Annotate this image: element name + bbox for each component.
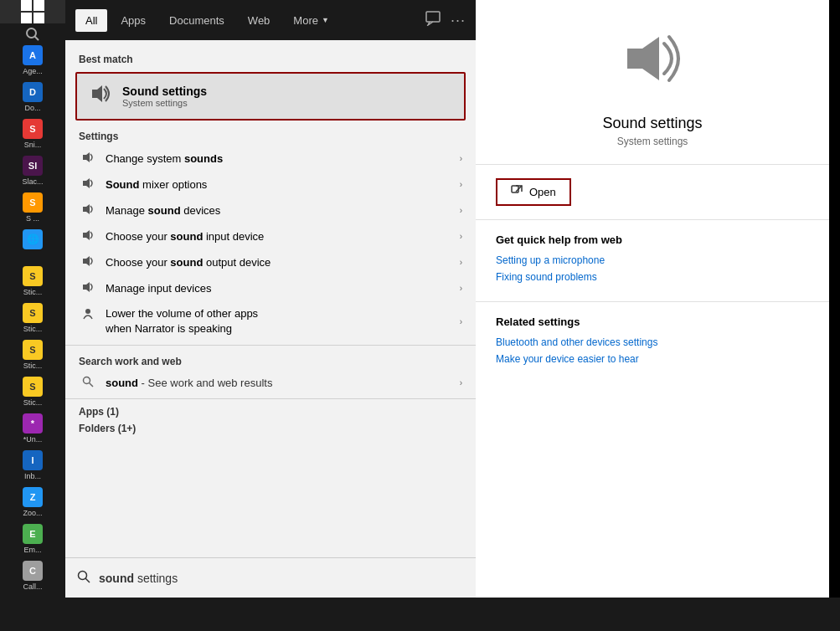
best-match-item[interactable]: Sound settings System settings xyxy=(75,72,466,121)
feedback-icon[interactable] xyxy=(425,11,441,29)
menu-item-narrator[interactable]: Lower the volume of other apps when Narr… xyxy=(65,301,476,341)
svg-point-11 xyxy=(84,377,90,384)
sidebar-item-sni[interactable]: S Sni... xyxy=(0,115,65,152)
nav-actions: ··· xyxy=(425,11,466,29)
tab-apps[interactable]: Apps xyxy=(111,9,156,32)
svg-marker-8 xyxy=(83,256,90,266)
menu-item-text-manage: Manage sound devices xyxy=(106,204,451,217)
svg-marker-15 xyxy=(627,37,659,80)
preview-content: Sound settings System settings xyxy=(476,0,829,165)
search-input[interactable]: sound settings xyxy=(99,572,464,585)
sound-settings-icon xyxy=(89,82,112,110)
sidebar-icon-label: Stic... xyxy=(23,398,43,407)
sidebar-item-sticky1[interactable]: S Stic... xyxy=(0,263,65,300)
menu-item-manage-sound-devices[interactable]: Manage sound devices › xyxy=(65,198,476,223)
chevron-right-icon: › xyxy=(460,284,462,293)
best-match-subtitle: System settings xyxy=(122,98,207,108)
related-settings-title: Related settings xyxy=(496,316,809,328)
sidebar-icon-label: Call... xyxy=(23,582,42,591)
tab-documents[interactable]: Documents xyxy=(159,9,234,32)
sidebar-icon-label: Stic... xyxy=(23,288,43,296)
chevron-right-icon: › xyxy=(460,232,462,241)
sound-mixer-icon xyxy=(79,177,97,192)
preview-sound-icon xyxy=(619,25,686,105)
svg-marker-3 xyxy=(92,85,102,102)
sidebar-icon-label: S ... xyxy=(26,214,39,223)
start-button[interactable] xyxy=(0,0,65,23)
sidebar-icon-label: Sni... xyxy=(24,141,42,149)
menu-item-sound-output[interactable]: Choose your sound output device › xyxy=(65,249,476,275)
sidebar-item-s[interactable]: S S ... xyxy=(0,189,65,226)
svg-rect-16 xyxy=(512,186,518,192)
best-match-text: Sound settings System settings xyxy=(122,85,207,108)
sidebar-icon-label: Zoo... xyxy=(23,509,42,517)
preview-panel: Sound settings System settings Open Get … xyxy=(476,0,829,598)
open-button-container: Open xyxy=(476,165,829,220)
apps-count: Apps (1) xyxy=(65,403,476,419)
menu-item-text-narrator: Lower the volume of other apps when Narr… xyxy=(106,306,451,336)
open-icon xyxy=(511,185,523,199)
sidebar-item-inbox[interactable]: I Inb... xyxy=(0,447,65,484)
sidebar-item-call[interactable]: C Call... xyxy=(0,557,65,594)
search-icon xyxy=(25,27,40,42)
search-web-item[interactable]: sound - See work and web results › xyxy=(65,371,476,395)
related-settings-link-bluetooth[interactable]: Bluetooth and other devices settings xyxy=(496,336,809,348)
chevron-down-icon: ▼ xyxy=(322,16,329,24)
web-search-icon xyxy=(79,376,97,390)
quick-help-section: Get quick help from web Setting up a mic… xyxy=(476,220,829,302)
windows-icon xyxy=(21,0,44,23)
sidebar-icon-label: Slac... xyxy=(22,177,43,186)
more-options-icon[interactable]: ··· xyxy=(451,12,466,29)
sidebar-icon-label: Inb... xyxy=(24,472,41,480)
menu-item-sound-mixer[interactable]: Sound mixer options › xyxy=(65,172,476,198)
svg-marker-7 xyxy=(83,230,90,240)
sidebar-icon-label: Stic... xyxy=(23,325,43,333)
sidebar-item-sticky4[interactable]: S Stic... xyxy=(0,373,65,410)
search-web-section-label: Search work and web xyxy=(65,349,476,371)
sidebar-item-sticky2[interactable]: S Stic... xyxy=(0,300,65,336)
related-settings-section: Related settings Bluetooth and other dev… xyxy=(476,302,829,383)
sidebar: A Age... D Do... S Sni... Sl Slac... S xyxy=(0,0,65,598)
quick-help-link-microphone[interactable]: Setting up a microphone xyxy=(496,254,809,266)
settings-section-label: Settings xyxy=(65,124,476,146)
best-match-title: Sound settings xyxy=(122,85,207,98)
chevron-right-icon: › xyxy=(460,180,462,189)
sidebar-item-do[interactable]: D Do... xyxy=(0,79,65,115)
menu-item-text-input: Choose your sound input device xyxy=(106,230,451,243)
sidebar-item-slack[interactable]: Sl Slac... xyxy=(0,152,65,189)
open-button[interactable]: Open xyxy=(496,178,571,206)
chevron-right-icon: › xyxy=(460,206,462,215)
tab-all[interactable]: All xyxy=(75,9,107,32)
menu-item-change-sounds[interactable]: Change system sounds › xyxy=(65,146,476,172)
chevron-right-icon: › xyxy=(460,378,462,387)
search-bar: sound settings xyxy=(65,557,476,598)
tab-web[interactable]: Web xyxy=(238,9,281,32)
narrator-icon xyxy=(79,306,97,324)
svg-line-1 xyxy=(35,37,39,41)
menu-item-text-change-sounds: Change system sounds xyxy=(106,152,451,165)
preview-subtitle: System settings xyxy=(617,136,688,147)
related-settings-link-easier-hear[interactable]: Make your device easier to hear xyxy=(496,353,809,365)
sidebar-item-em[interactable]: E Em... xyxy=(0,521,65,557)
chevron-right-icon: › xyxy=(460,154,462,163)
sidebar-item-sticky3[interactable]: S Stic... xyxy=(0,336,65,373)
preview-title: Sound settings xyxy=(602,115,702,132)
quick-help-link-sound-problems[interactable]: Fixing sound problems xyxy=(496,271,809,283)
search-sidebar-button[interactable] xyxy=(0,27,65,42)
svg-point-10 xyxy=(85,309,90,314)
sidebar-item-zoom[interactable]: Z Zoo... xyxy=(0,484,65,521)
menu-item-text-manage-input: Manage input devices xyxy=(106,282,451,295)
tab-more[interactable]: More ▼ xyxy=(283,9,339,32)
menu-item-manage-input[interactable]: Manage input devices › xyxy=(65,275,476,301)
sidebar-icon-label: Em... xyxy=(23,546,41,554)
sidebar-icon-label: Do... xyxy=(24,104,40,112)
sidebar-item-browser[interactable]: 🌐 xyxy=(0,226,65,263)
divider2 xyxy=(65,398,476,399)
svg-marker-9 xyxy=(83,282,90,292)
sidebar-item-un[interactable]: * *Un... xyxy=(0,410,65,447)
menu-item-sound-input[interactable]: Choose your sound input device › xyxy=(65,223,476,249)
nav-tabs: All Apps Documents Web More ▼ ··· xyxy=(65,0,476,40)
sound-output-icon xyxy=(79,254,97,270)
svg-rect-2 xyxy=(426,12,440,22)
sidebar-item-age[interactable]: A Age... xyxy=(0,42,65,79)
